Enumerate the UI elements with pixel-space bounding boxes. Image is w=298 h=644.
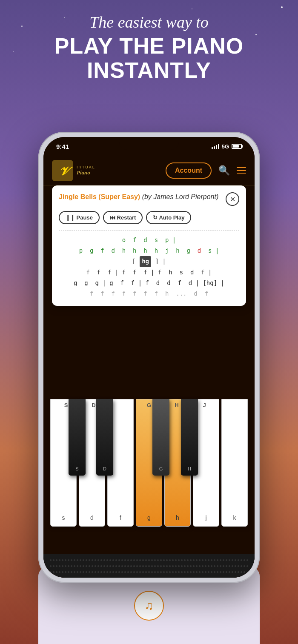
white-key-f-label: f bbox=[120, 514, 121, 521]
hero-line1: PLAY THE PIANO bbox=[0, 34, 298, 58]
notes-line-4-text: f f f | f f f | f h s d f | bbox=[86, 269, 212, 276]
music-note-button[interactable]: ♫ bbox=[134, 591, 164, 621]
bracket-close: ] | bbox=[152, 258, 166, 265]
logo-area: 𝒱 IRTUAL Piano bbox=[52, 160, 95, 181]
white-key-k[interactable]: k bbox=[221, 399, 248, 527]
white-key-s-label: s bbox=[62, 514, 65, 521]
account-button[interactable]: Account bbox=[166, 162, 212, 179]
white-key-h-label: h bbox=[176, 514, 179, 521]
status-time: 9:41 bbox=[56, 143, 69, 150]
white-keys-container: s d f g h bbox=[50, 399, 248, 544]
logo-piano-text: Piano bbox=[77, 169, 95, 176]
piano-keyboard: s d f g h bbox=[43, 399, 255, 544]
notes-line-2-green: p g f d h h h h j h g bbox=[79, 247, 198, 254]
hero-section: The easiest way to PLAY THE PIANO INSTAN… bbox=[0, 13, 298, 83]
notes-container: o f d s p | p g f d h h h h j h g d s | … bbox=[59, 235, 239, 299]
white-key-j-label: j bbox=[205, 514, 206, 521]
black-key-gh[interactable]: G bbox=[152, 399, 169, 476]
menu-line-3 bbox=[237, 173, 246, 174]
bracket-open: [ bbox=[132, 258, 139, 265]
notes-line-5-text: g g g | g f f | f d d f d | [hg] | bbox=[74, 279, 224, 286]
search-icon[interactable]: 🔍 bbox=[218, 165, 230, 176]
phone-screen: 9:41 5G bbox=[43, 137, 255, 578]
playback-controls: ❙❙ Pause ⏮ Restart ↻ Auto Play bbox=[59, 211, 239, 224]
notes-line-2-red: d bbox=[198, 247, 201, 254]
piano-section: s d f g h bbox=[43, 395, 255, 578]
black-key-hj[interactable]: H bbox=[181, 399, 198, 476]
signal-bar-3 bbox=[216, 145, 217, 149]
notes-line-6-text: f f f f f f f h ... d f bbox=[90, 290, 208, 297]
sheet-divider bbox=[59, 230, 239, 231]
black-key-hj-label: H bbox=[188, 466, 191, 471]
signal-bar-4 bbox=[218, 144, 219, 149]
notes-line-1-text: o f d s p | bbox=[122, 237, 176, 243]
piano-bottom-strip: // Generate dots via JS after page load bbox=[43, 554, 255, 578]
song-title-rest: (by James Lord Pierpont) bbox=[140, 193, 218, 200]
white-key-k-label: k bbox=[233, 514, 236, 521]
notes-line-3: [ hg ] | bbox=[60, 256, 238, 267]
white-key-g-label: g bbox=[147, 514, 151, 521]
sheet-panel: Jingle Bells (Super Easy) (by James Lord… bbox=[52, 185, 246, 306]
battery-tip bbox=[242, 145, 243, 148]
hero-line2: INSTANTLY bbox=[0, 58, 298, 83]
white-key-d-label: d bbox=[90, 514, 94, 521]
menu-icon[interactable] bbox=[237, 167, 246, 174]
status-icons: 5G bbox=[212, 143, 242, 150]
black-key-sd-label: S bbox=[75, 466, 78, 471]
app-header: 𝒱 IRTUAL Piano Account 🔍 bbox=[43, 156, 255, 185]
black-key-sd[interactable]: S bbox=[69, 399, 86, 476]
signal-bar-1 bbox=[212, 147, 213, 149]
notes-line-6: f f f f f f f h ... d f bbox=[60, 288, 238, 299]
battery-icon bbox=[232, 144, 242, 149]
menu-line-1 bbox=[237, 167, 246, 168]
notes-line-2-end: s | bbox=[201, 247, 219, 254]
black-key-df[interactable]: D bbox=[96, 399, 113, 476]
notes-line-5: g g g | g f f | f d d f d | [hg] | bbox=[60, 278, 238, 288]
song-title: Jingle Bells (Super Easy) (by James Lord… bbox=[59, 192, 221, 202]
close-sheet-button[interactable]: ✕ bbox=[226, 192, 239, 206]
autoplay-button[interactable]: ↻ Auto Play bbox=[146, 211, 191, 224]
black-key-gh-label: G bbox=[159, 466, 163, 471]
phone-frame: 9:41 5G bbox=[38, 132, 260, 583]
notes-line-2: p g f d h h h h j h g d s | bbox=[60, 245, 238, 256]
logo-virtual-text: IRTUAL bbox=[77, 165, 95, 169]
signal-bar-2 bbox=[214, 146, 215, 149]
sheet-header: Jingle Bells (Super Easy) (by James Lord… bbox=[59, 192, 239, 206]
restart-button[interactable]: ⏮ Restart bbox=[103, 211, 143, 224]
header-right: Account 🔍 bbox=[166, 162, 246, 179]
signal-bars bbox=[212, 144, 219, 149]
song-title-colored: Jingle Bells (Super Easy) bbox=[59, 193, 140, 200]
network-type: 5G bbox=[222, 143, 229, 150]
logo-text: IRTUAL Piano bbox=[77, 165, 95, 176]
hero-tagline: The easiest way to bbox=[0, 13, 298, 32]
black-key-df-label: D bbox=[103, 466, 106, 471]
app-logo-icon: 𝒱 bbox=[52, 160, 73, 181]
pause-button[interactable]: ❙❙ Pause bbox=[59, 211, 100, 224]
highlighted-hg: hg bbox=[140, 256, 151, 267]
phone-notch bbox=[119, 137, 179, 150]
notes-line-1: o f d s p | bbox=[60, 235, 238, 245]
battery-fill bbox=[233, 145, 239, 148]
menu-line-2 bbox=[237, 170, 246, 171]
notes-line-4: f f f | f f f | f h s d f | bbox=[60, 267, 238, 278]
